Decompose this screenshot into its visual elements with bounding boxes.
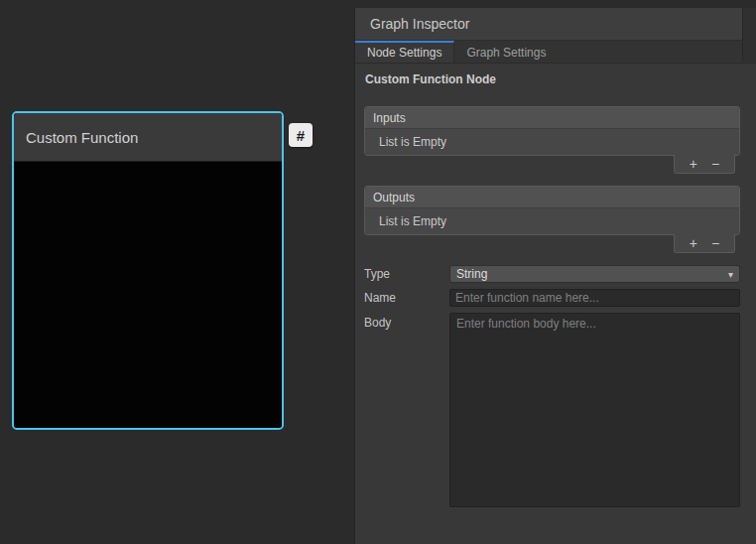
inputs-list-title: Inputs bbox=[373, 111, 406, 125]
inputs-remove-button[interactable]: − bbox=[708, 157, 722, 171]
outputs-empty-label: List is Empty bbox=[379, 214, 446, 228]
inspector-header[interactable]: Graph Inspector bbox=[355, 8, 756, 41]
node-title: Custom Function bbox=[26, 129, 138, 146]
outputs-empty-row: List is Empty bbox=[365, 208, 739, 234]
hash-icon: # bbox=[297, 127, 305, 144]
function-name-input[interactable] bbox=[449, 289, 740, 307]
tab-node-settings-label: Node Settings bbox=[367, 46, 441, 60]
inspector-content: Custom Function Node Inputs List is Empt… bbox=[355, 64, 756, 507]
name-label: Name bbox=[364, 291, 449, 305]
function-body-textarea[interactable] bbox=[449, 313, 740, 507]
custom-function-node[interactable]: Custom Function bbox=[12, 111, 284, 430]
chevron-down-icon: ▾ bbox=[728, 269, 733, 280]
name-row: Name bbox=[364, 289, 740, 307]
outputs-list-footer: + − bbox=[674, 234, 735, 253]
inputs-empty-row: List is Empty bbox=[365, 129, 739, 155]
inputs-list-footer: + − bbox=[674, 155, 735, 174]
scrollbar-corner bbox=[742, 8, 756, 62]
inspector-tabbar: Node Settings Graph Settings bbox=[355, 41, 756, 64]
outputs-list-header: Outputs bbox=[365, 187, 739, 208]
tab-graph-settings-label: Graph Settings bbox=[466, 46, 546, 60]
inputs-empty-label: List is Empty bbox=[379, 135, 446, 149]
type-row: Type String ▾ bbox=[364, 265, 740, 283]
node-preview-body bbox=[14, 162, 282, 428]
type-dropdown[interactable]: String ▾ bbox=[449, 265, 740, 283]
outputs-list-title: Outputs bbox=[373, 191, 415, 204]
outputs-list: Outputs List is Empty + − bbox=[364, 186, 740, 235]
body-row: Body bbox=[364, 313, 740, 507]
tab-graph-settings[interactable]: Graph Settings bbox=[454, 41, 558, 63]
type-label: Type bbox=[364, 267, 449, 281]
inspector-title: Graph Inspector bbox=[370, 16, 469, 32]
outputs-add-button[interactable]: + bbox=[687, 236, 700, 250]
inputs-list-header: Inputs bbox=[365, 107, 739, 129]
outputs-remove-button[interactable]: − bbox=[708, 236, 722, 250]
inputs-list: Inputs List is Empty + − bbox=[364, 106, 740, 156]
type-dropdown-value: String bbox=[456, 267, 728, 281]
tab-node-settings[interactable]: Node Settings bbox=[355, 41, 454, 63]
graph-inspector-panel: Graph Inspector Node Settings Graph Sett… bbox=[354, 8, 756, 544]
node-settings-heading: Custom Function Node bbox=[365, 72, 756, 86]
inputs-add-button[interactable]: + bbox=[687, 157, 700, 171]
node-precision-badge[interactable]: # bbox=[289, 123, 313, 147]
body-label: Body bbox=[364, 316, 449, 330]
node-header[interactable]: Custom Function bbox=[14, 113, 282, 162]
